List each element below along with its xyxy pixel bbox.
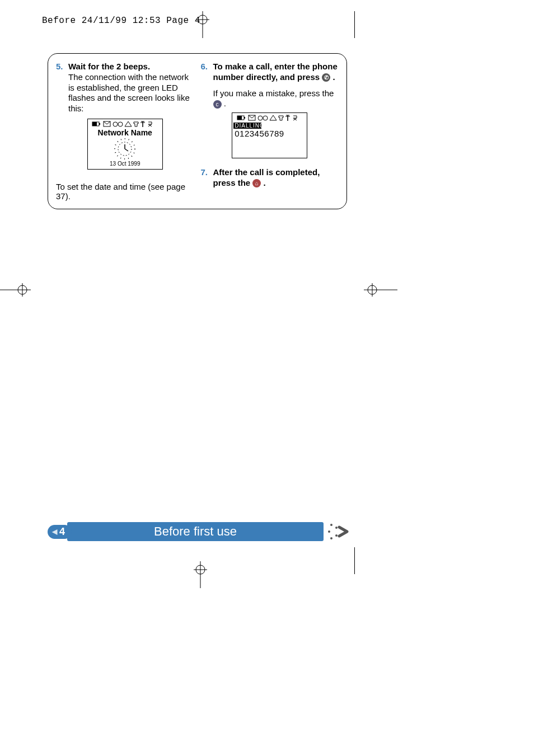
step-5-footnote: To set the date and time (see page 37). (56, 182, 194, 201)
crop-mark-bottom (189, 561, 212, 588)
step-6-body-1: If you make a mistake, press the (213, 88, 334, 98)
step-6-body-2: . (224, 98, 226, 108)
print-header: Before 24/11/99 12:53 Page 4 (42, 16, 200, 26)
page-footer: ◀4 Before first use (48, 520, 353, 543)
page-number: 4 (59, 526, 65, 537)
col-right: 6. To make a call, enter the phone numbe… (201, 62, 339, 201)
crop-mark-top-right (354, 11, 355, 38)
phone-screen-dialling: DIALLING 0123456789 (232, 112, 307, 158)
svg-line-21 (125, 149, 128, 151)
network-name: Network Name (88, 128, 162, 137)
status-icons (236, 114, 303, 122)
crop-mark-top (191, 11, 214, 38)
content-frame: 5. Wait for the 2 beeps. The connection … (48, 53, 347, 209)
clock-icon (88, 137, 162, 161)
step-number: 6. (201, 62, 210, 109)
step-7-title-1: After the call is completed, press the (213, 167, 320, 187)
svg-rect-13 (92, 122, 97, 126)
svg-point-17 (118, 122, 123, 126)
hangup-button-icon: ⌂ (252, 179, 261, 187)
step-5-title: Wait for the 2 beeps. (68, 62, 150, 71)
status-icons (88, 120, 162, 128)
crop-mark-left (0, 279, 31, 301)
col-left: 5. Wait for the 2 beeps. The connection … (56, 62, 194, 201)
clear-button-icon: c (213, 100, 222, 109)
phone-screen-idle: Network Name 13 Oct 1999 (87, 119, 163, 170)
step-6-title-2: . (332, 72, 335, 82)
section-title-bar: Before first use (67, 522, 324, 541)
screen-date: 13 Oct 1999 (88, 161, 162, 167)
svg-point-28 (263, 116, 268, 120)
svg-point-34 (335, 534, 338, 537)
step-5-body: The connection with the network is estab… (68, 72, 190, 113)
step-7: 7. After the call is completed, press th… (201, 167, 339, 189)
svg-rect-25 (244, 117, 245, 119)
svg-point-33 (335, 527, 338, 529)
step-6-title-1: To make a call, enter the phone number d… (213, 62, 338, 82)
step-6: 6. To make a call, enter the phone numbe… (201, 62, 339, 109)
svg-point-30 (330, 524, 332, 526)
page-number-badge: ◀4 (48, 525, 72, 539)
step-5: 5. Wait for the 2 beeps. The connection … (56, 62, 194, 114)
svg-point-27 (258, 116, 263, 120)
dialled-number: 0123456789 (232, 129, 307, 138)
svg-point-32 (328, 530, 330, 533)
svg-point-16 (113, 122, 118, 126)
step-7-title-2: . (264, 178, 266, 187)
call-button-icon: ✆ (322, 73, 330, 82)
svg-rect-24 (237, 116, 242, 120)
step-number: 5. (56, 62, 65, 114)
svg-point-31 (330, 537, 332, 539)
dialling-label: DIALLING (233, 123, 261, 129)
crop-mark-bottom-right (354, 547, 355, 574)
dots-logo-icon (327, 520, 353, 543)
svg-rect-14 (99, 123, 100, 125)
step-number: 7. (201, 167, 210, 189)
crop-mark-right (364, 279, 397, 301)
